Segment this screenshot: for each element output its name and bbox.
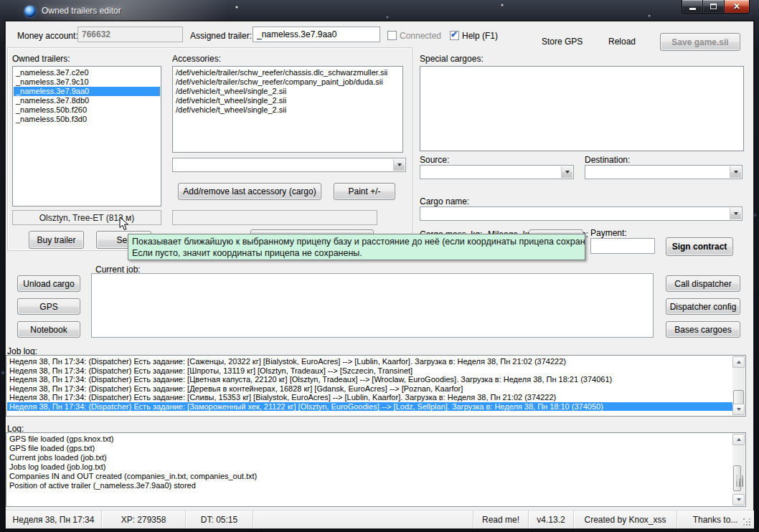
- accessory-combo[interactable]: [172, 158, 406, 172]
- accessory-item[interactable]: /def/vehicle/trailer/schw_reefer/chassis…: [174, 68, 402, 77]
- scroll-up-icon[interactable]: [732, 356, 745, 368]
- app-swirl-icon: [24, 6, 36, 17]
- resize-grip-icon[interactable]: [743, 518, 751, 526]
- paint-button[interactable]: Paint +/-: [334, 183, 395, 200]
- dispatcher-config-button[interactable]: Dispatcher config: [666, 298, 740, 315]
- money-account-field[interactable]: [77, 27, 183, 42]
- log-scroll-thumb[interactable]: [733, 465, 741, 491]
- special-cargoes-label: Special cargoes:: [420, 54, 484, 64]
- sign-contract-button[interactable]: Sign contract: [666, 237, 733, 256]
- connected-checkbox[interactable]: [387, 31, 397, 40]
- notebook-button[interactable]: Notebook: [17, 321, 80, 338]
- current-job-box[interactable]: [91, 273, 654, 338]
- status-cell: [253, 510, 473, 528]
- add-remove-accessory-button[interactable]: Add/remove last accessory (cargo): [178, 183, 321, 200]
- job-log-entry[interactable]: Неделя 38, Пн 17:34: (Dispatcher) Есть з…: [7, 384, 732, 394]
- owned-trailers-list[interactable]: _nameless.3e7.c2e0_nameless.3e7.9c10_nam…: [12, 66, 161, 206]
- title-bar[interactable]: Owned trailers editor ✕: [0, 0, 759, 22]
- connected-label: Connected: [400, 31, 441, 41]
- chevron-down-icon[interactable]: [561, 166, 572, 178]
- status-cell: Thanks to...: [677, 510, 753, 528]
- payment-label: Payment:: [590, 228, 627, 238]
- maximize-button[interactable]: [703, 0, 724, 14]
- chevron-down-icon[interactable]: [730, 166, 741, 178]
- log-entry[interactable]: GPS file loaded (gps.knox.txt): [7, 434, 732, 444]
- status-cell: Created by Knox_xss: [574, 510, 677, 528]
- cargo-name-label: Cargo name:: [420, 196, 469, 206]
- maximize-icon: [710, 4, 717, 9]
- tooltip-line-1: Показывает ближайшую к выбранному прицеп…: [132, 236, 581, 247]
- source-combo[interactable]: [420, 165, 574, 179]
- accessories-label: Accessories:: [172, 54, 221, 64]
- close-button[interactable]: ✕: [724, 0, 750, 14]
- log-entry[interactable]: Jobs log loaded (job.log.txt): [7, 462, 732, 472]
- status-cell: DT: 05:15: [186, 510, 253, 528]
- scroll-down-icon[interactable]: [732, 494, 745, 505]
- job-log-entry[interactable]: Неделя 38, Пн 17:34: (Dispatcher) Есть з…: [7, 357, 732, 366]
- status-cell: Неделя 38, Пн 17:34: [6, 510, 102, 528]
- status-cell: Read me!: [473, 510, 529, 528]
- accessories-list[interactable]: /def/vehicle/trailer/schw_reefer/chassis…: [172, 66, 403, 153]
- special-cargoes-list[interactable]: [420, 66, 744, 151]
- owned-trailer-item[interactable]: _nameless.50b.f260: [14, 105, 160, 115]
- payment-field[interactable]: [590, 238, 655, 254]
- accessory-item[interactable]: /def/vehicle/t_wheel/single_2.sii: [174, 96, 402, 105]
- owned-trailer-item[interactable]: _nameless.3e7.9c10: [14, 77, 160, 87]
- assigned-trailer-field[interactable]: [253, 27, 380, 42]
- nearest-base-box[interactable]: Olsztyn, Tree-ET (813 м): [12, 210, 161, 225]
- destination-combo[interactable]: [585, 165, 742, 179]
- job-log-entry[interactable]: Неделя 38, Пн 17:34: (Dispatcher) Есть з…: [7, 375, 732, 384]
- store-gps-button[interactable]: Store GPS: [542, 37, 583, 47]
- status-cell: XP: 279358: [102, 510, 186, 528]
- owned-trailer-item[interactable]: _nameless.3e7.c2e0: [14, 68, 160, 77]
- accessory-item[interactable]: /def/vehicle/t_wheel/single_2.sii: [174, 105, 402, 115]
- buy-trailer-button[interactable]: Buy trailer: [29, 231, 84, 249]
- minimize-icon: [689, 8, 696, 10]
- client-area: Money account: Assigned trailer: Connect…: [6, 22, 753, 528]
- money-account-label: Money account:: [17, 31, 78, 41]
- save-game-button[interactable]: Save game.sii: [660, 33, 740, 51]
- owned-trailers-label: Owned trailers:: [12, 54, 70, 64]
- window-title: Owned trailers editor: [42, 6, 121, 16]
- scroll-up-icon[interactable]: [732, 434, 745, 445]
- owned-trailer-item[interactable]: _nameless.3e7.9aa0: [14, 87, 160, 96]
- job-log-scrollbar[interactable]: [732, 356, 745, 415]
- mouse-cursor-icon: [119, 217, 129, 234]
- cargo-name-combo[interactable]: [420, 206, 742, 221]
- owned-trailer-item[interactable]: _nameless.50b.f3d0: [14, 115, 160, 124]
- owned-trailer-item[interactable]: _nameless.3e7.8db0: [14, 96, 160, 105]
- accessory-info-box: [172, 210, 377, 225]
- status-cell: v4.13.2: [529, 510, 574, 528]
- gps-button[interactable]: GPS: [17, 298, 80, 315]
- status-bar: Неделя 38, Пн 17:34XP: 279358DT: 05:15Re…: [6, 510, 753, 528]
- chevron-down-icon[interactable]: [393, 159, 405, 171]
- job-log-scroll-thumb[interactable]: [733, 390, 744, 404]
- log-scrollbar[interactable]: [732, 434, 745, 505]
- reload-button[interactable]: Reload: [608, 37, 636, 47]
- close-icon: ✕: [733, 2, 740, 11]
- log-list[interactable]: GPS file loaded (gps.knox.txt)GPS file l…: [6, 432, 746, 507]
- destination-label: Destination:: [585, 155, 630, 165]
- app-window: Owned trailers editor ✕ Money account: A…: [0, 0, 759, 532]
- help-label: Help (F1): [462, 31, 498, 41]
- unload-cargo-button[interactable]: Unload cargo: [17, 275, 80, 292]
- job-log-entry[interactable]: Неделя 38, Пн 17:34: (Dispatcher) Есть з…: [7, 393, 732, 402]
- nearest-base-tooltip: Показывает ближайшую к выбранному прицеп…: [128, 234, 585, 260]
- minimize-button[interactable]: [682, 0, 703, 14]
- help-checkbox[interactable]: [450, 31, 459, 40]
- accessory-item[interactable]: /def/vehicle/t_wheel/single_2.sii: [174, 87, 402, 96]
- scroll-down-icon[interactable]: [732, 404, 745, 415]
- job-log-entry[interactable]: Неделя 38, Пн 17:34: (Dispatcher) Есть з…: [7, 366, 732, 376]
- accessory-item[interactable]: /def/vehicle/trailer/schw_reefer/company…: [174, 77, 402, 87]
- chevron-down-icon[interactable]: [730, 208, 741, 219]
- source-label: Source:: [420, 155, 449, 165]
- log-entry[interactable]: Position of active trailer (_nameless.3e…: [7, 481, 732, 490]
- log-entry[interactable]: GPS file loaded (gps.txt): [7, 444, 732, 453]
- call-dispatcher-button[interactable]: Call dispatcher: [666, 275, 740, 292]
- bases-cargoes-button[interactable]: Bases cargoes: [666, 321, 740, 338]
- log-entry[interactable]: Current jobs loaded (job.txt): [7, 453, 732, 462]
- job-log-entry[interactable]: Неделя 38, Пн 17:34: (Dispatcher) Есть з…: [7, 402, 732, 412]
- tooltip-line-2: Если пусто, значит координаты прицепа не…: [132, 247, 581, 259]
- job-log-list[interactable]: Неделя 38, Пн 17:34: (Dispatcher) Есть з…: [6, 355, 746, 417]
- log-entry[interactable]: Companies IN and OUT created (companies_…: [7, 472, 732, 481]
